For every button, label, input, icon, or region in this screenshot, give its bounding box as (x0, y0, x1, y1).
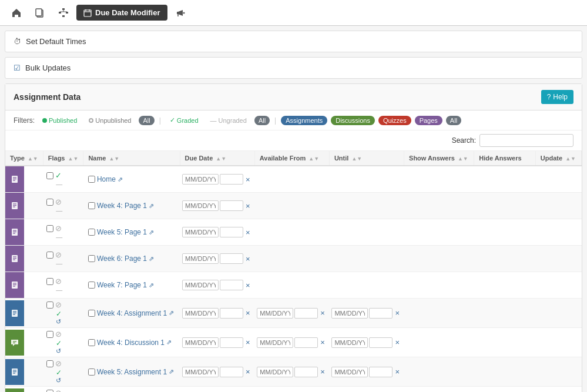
discussions-filter[interactable]: Discussions (331, 116, 375, 125)
item-name-link[interactable]: Week 4: Discussion 1 (97, 339, 165, 347)
flags-checkbox[interactable] (46, 172, 53, 179)
search-input[interactable] (479, 134, 573, 147)
date-input[interactable] (182, 280, 219, 290)
ungraded-filter[interactable]: — Ungraded (206, 116, 251, 125)
row-checkbox[interactable] (88, 282, 95, 289)
row-checkbox[interactable] (88, 368, 95, 376)
date-input[interactable] (331, 337, 368, 348)
clear-date-button[interactable]: × (244, 309, 251, 317)
row-checkbox[interactable] (88, 310, 95, 317)
all-graded-filter[interactable]: All (254, 116, 270, 125)
sitemap-nav-icon[interactable] (53, 2, 74, 24)
row-checkbox[interactable] (88, 255, 95, 262)
item-name-link[interactable]: Week 5: Page 1 (97, 228, 147, 236)
all-published-filter[interactable]: All (139, 116, 154, 125)
date-input[interactable] (182, 227, 219, 237)
clear-date-button[interactable]: × (319, 309, 326, 317)
dash-icon: — (210, 117, 217, 124)
item-name-link[interactable]: Home (97, 175, 116, 183)
item-name-link[interactable]: Week 4: Assignment 1 (97, 309, 167, 317)
date-input[interactable] (257, 367, 293, 377)
help-button[interactable]: ? Help (541, 90, 573, 104)
flags-checkbox[interactable] (46, 225, 53, 232)
time-input[interactable] (369, 337, 393, 348)
flags-checkbox[interactable] (46, 360, 53, 367)
flags-checkbox[interactable] (46, 301, 53, 309)
due-date-cell: × (180, 328, 254, 357)
clear-date-button[interactable]: × (244, 202, 251, 210)
assignments-filter[interactable]: Assignments (281, 116, 327, 125)
clear-date-button[interactable]: × (319, 338, 326, 347)
clear-date-button[interactable]: × (244, 228, 251, 237)
time-input[interactable] (220, 200, 243, 211)
flags-checkbox[interactable] (46, 390, 53, 393)
due-date-cell: × (180, 219, 254, 246)
time-input[interactable] (220, 174, 243, 185)
unpublished-filter[interactable]: Unpublished (85, 116, 135, 125)
clear-date-button[interactable]: × (244, 175, 251, 184)
time-input[interactable] (220, 227, 243, 237)
clear-date-button[interactable]: × (244, 367, 251, 376)
type-cell (5, 328, 43, 357)
time-input[interactable] (369, 308, 393, 319)
type-cell (5, 387, 43, 393)
name-cell: Week 4: Page 1 ⇗ (83, 193, 180, 219)
clear-date-button[interactable]: × (394, 367, 401, 376)
published-filter[interactable]: Published (38, 116, 81, 125)
clear-date-button[interactable]: × (319, 367, 326, 376)
flags-checkbox[interactable] (46, 278, 53, 285)
row-checkbox[interactable] (88, 202, 95, 209)
date-input[interactable] (331, 367, 368, 377)
row-checkbox[interactable] (88, 229, 95, 236)
time-input[interactable] (220, 308, 243, 319)
time-input[interactable] (220, 367, 243, 377)
quizzes-filter[interactable]: Quizzes (378, 116, 411, 125)
date-input[interactable] (182, 200, 219, 211)
date-input[interactable] (182, 253, 219, 264)
until-cell: × (329, 328, 404, 357)
row-checkbox[interactable] (88, 176, 95, 183)
item-name-link[interactable]: Week 7: Page 1 (97, 281, 147, 289)
date-input[interactable] (182, 174, 219, 185)
clear-date-button[interactable]: × (394, 338, 401, 347)
date-input[interactable] (257, 337, 293, 348)
time-input[interactable] (220, 337, 243, 348)
date-input[interactable] (331, 308, 368, 319)
show-answers-cell (404, 246, 474, 272)
flags-checkbox[interactable] (46, 331, 53, 338)
time-input[interactable] (369, 367, 393, 377)
graded-filter[interactable]: ✓ Graded (166, 115, 203, 125)
home-nav-icon[interactable] (6, 2, 27, 24)
time-input[interactable] (294, 367, 318, 377)
flags-cell: ⊘ — (43, 272, 83, 299)
time-input[interactable] (220, 280, 243, 290)
flags-checkbox[interactable] (46, 252, 53, 259)
flags-checkbox[interactable] (46, 199, 53, 206)
clear-date-button[interactable]: × (244, 254, 251, 263)
item-name-link[interactable]: Week 6: Page 1 (97, 254, 147, 263)
main-header: Assignment Data ? Help (5, 84, 582, 110)
bulk-updates-header[interactable]: ☑ Bulk Updates (5, 58, 582, 78)
time-input[interactable] (294, 308, 318, 319)
time-input[interactable] (220, 253, 243, 264)
set-default-times-header[interactable]: ⏱ Set Default Times (5, 31, 582, 52)
all-types-filter[interactable]: All (446, 116, 461, 125)
svg-point-15 (183, 12, 185, 14)
date-input[interactable] (257, 308, 293, 319)
date-input[interactable] (182, 308, 219, 319)
time-input[interactable] (294, 337, 318, 348)
due-date-modifier-tab[interactable]: Due Date Modifier (76, 5, 167, 21)
item-name-link[interactable]: Week 5: Assignment 1 (97, 368, 167, 376)
clear-date-button[interactable]: × (244, 338, 251, 347)
dash-flag-icon: — (56, 180, 62, 187)
item-name-link[interactable]: Week 4: Page 1 (97, 202, 147, 210)
date-input[interactable] (182, 367, 219, 377)
row-checkbox[interactable] (88, 339, 95, 346)
name-cell: Week 4: Assignment 1 ⇗ (83, 299, 180, 328)
date-input[interactable] (182, 337, 219, 348)
clear-date-button[interactable]: × (394, 309, 401, 317)
copy-nav-icon[interactable] (29, 2, 51, 24)
pages-filter[interactable]: Pages (415, 116, 442, 125)
megaphone-nav-icon[interactable] (170, 2, 191, 24)
clear-date-button[interactable]: × (244, 281, 251, 290)
